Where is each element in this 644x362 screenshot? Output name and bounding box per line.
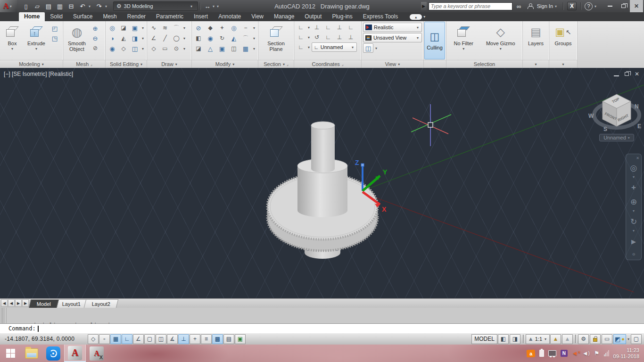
tab-output[interactable]: Output: [299, 12, 327, 21]
toolbar-lock-button[interactable]: [590, 334, 601, 344]
dynamic-input-toggle[interactable]: +: [190, 334, 200, 344]
viewport-controls-label[interactable]: [−] [SE Isometric] [Realistic]: [4, 71, 73, 77]
compass-north[interactable]: N: [635, 103, 639, 110]
tab-insert[interactable]: Insert: [189, 12, 213, 21]
command-input[interactable]: Command:: [0, 323, 644, 333]
solid-shell-button[interactable]: ▣: [130, 23, 140, 33]
workspace-dropdown[interactable]: ⚙ 3D Modeling ▾: [113, 1, 198, 11]
tab-parametric[interactable]: Parametric: [151, 12, 189, 21]
taskbar-shareit[interactable]: [42, 345, 64, 362]
action-center-flag-icon[interactable]: ⚑: [594, 350, 600, 357]
modify-stretch-button[interactable]: ◧: [193, 33, 204, 43]
move-gizmo-dropdown-arrow-icon[interactable]: ▾: [500, 47, 502, 51]
isolate-lightbulb-icon[interactable]: ●: [621, 336, 625, 342]
snap-mode-toggle[interactable]: ▫: [99, 334, 110, 344]
dim-style-button[interactable]: ↔: [202, 1, 213, 11]
notepad-tray-icon[interactable]: N: [561, 350, 568, 357]
polysolid-button[interactable]: ◰: [50, 24, 60, 33]
modify-erase-button[interactable]: ◪: [193, 44, 204, 53]
undo-button[interactable]: ↶: [77, 1, 88, 11]
coordinates-readout[interactable]: -14.1807, 69.3184, 0.0000: [0, 336, 88, 342]
display-tray-icon[interactable]: [548, 350, 556, 356]
help-dropdown-arrow-icon[interactable]: ▾: [594, 4, 599, 8]
panel-layers-label[interactable]: ▾: [523, 60, 549, 68]
dim-style-dropdown-arrow-icon[interactable]: ▾: [213, 4, 217, 8]
infocenter-expand-icon[interactable]: ▶: [421, 2, 427, 10]
draw-dropdown-3-icon[interactable]: ▾: [182, 47, 186, 51]
ucs-3point-button[interactable]: ⊥: [346, 33, 356, 42]
modify-move-button[interactable]: +: [217, 23, 227, 33]
last-layout-button[interactable]: ▶: [22, 299, 29, 307]
polar-tracking-toggle[interactable]: ∠: [133, 334, 144, 344]
viewport-config-button[interactable]: ◫: [363, 43, 373, 53]
named-view-dropdown[interactable]: Unsaved View ▾: [363, 33, 422, 42]
quick-properties-toggle[interactable]: ▤: [223, 334, 234, 344]
modify-array-button[interactable]: ▦: [240, 44, 251, 53]
panel-modeling-label[interactable]: Modeling ▾: [0, 60, 63, 68]
draw-polygon-button[interactable]: ◇: [149, 44, 159, 53]
avast-tray-icon[interactable]: a: [526, 349, 535, 357]
help-button[interactable]: ?: [585, 2, 593, 10]
panel-view-label[interactable]: View ▾: [362, 60, 423, 68]
smooth-object-button[interactable]: ◍ Smooth Object: [65, 23, 89, 58]
quick-view-layouts-button[interactable]: ◧: [498, 334, 509, 344]
open-file-button[interactable]: ▱: [32, 1, 42, 11]
tab-manage[interactable]: Manage: [269, 12, 299, 21]
ucs-named-button[interactable]: ∟: [296, 42, 306, 52]
panel-coordinates-label[interactable]: Coordinates ⌟: [294, 60, 361, 68]
infer-constraints-toggle[interactable]: ◇: [88, 334, 99, 344]
solid-separate-button[interactable]: ◫: [130, 44, 140, 53]
ucs-view-button[interactable]: ⊥: [312, 23, 322, 32]
panel-groups-label[interactable]: ▾: [549, 60, 577, 68]
ucs-previous-button[interactable]: ↺: [312, 33, 322, 42]
annotation-scale-dropdown[interactable]: ▲ 1:1 ▾: [526, 334, 550, 344]
modify-trim-button[interactable]: ⊘: [193, 23, 204, 33]
drawing-minimize-button[interactable]: [614, 72, 619, 76]
qat-menu-arrow-icon[interactable]: ▾: [217, 4, 221, 8]
no-filter-button[interactable]: No Filter ▾: [450, 23, 477, 58]
modify-dropdown-2-icon[interactable]: ▾: [252, 36, 256, 41]
navbar-zoom-button[interactable]: ⊕: [626, 195, 641, 209]
panel-mesh-label[interactable]: Mesh ⌟: [63, 60, 105, 68]
solid-edit-dropdown-1-icon[interactable]: ▾: [141, 26, 145, 30]
move-gizmo-button[interactable]: ◇ Move Gizmo ▾: [483, 23, 519, 58]
solid-edit-dropdown-3-icon[interactable]: ▾: [141, 47, 145, 51]
search-binoculars-icon[interactable]: ∞: [514, 1, 524, 11]
modify-3drotate-button[interactable]: ◉: [205, 33, 215, 43]
ucs-z-button[interactable]: ⊥: [334, 33, 345, 42]
selection-cycling-toggle[interactable]: ▣: [235, 334, 246, 344]
presspull-button[interactable]: ◳: [50, 33, 60, 43]
ucs-zaxis-button[interactable]: ⊥: [334, 23, 345, 32]
hardware-acceleration-button[interactable]: ▭: [602, 334, 612, 344]
drawing-close-button[interactable]: ✕: [635, 71, 639, 77]
object-snap-tracking-toggle[interactable]: ∡: [167, 334, 178, 344]
taskbar-dwg-trueview[interactable]: AX: [86, 345, 107, 362]
ortho-mode-toggle[interactable]: ∟: [122, 334, 132, 344]
ucs-dropdown-3-icon[interactable]: ▾: [307, 45, 311, 49]
taskbar-autocad[interactable]: A: [64, 345, 86, 362]
draw-dropdown-1-icon[interactable]: ▾: [182, 26, 186, 30]
navbar-orbit-button[interactable]: ↻: [626, 214, 641, 229]
ucs-dropdown-2-icon[interactable]: ▾: [307, 35, 311, 40]
layers-button[interactable]: ▤ Layers: [524, 23, 547, 58]
transparency-toggle[interactable]: ▩: [212, 334, 223, 344]
modify-fillet-button[interactable]: ⌒: [240, 33, 251, 43]
minimize-button[interactable]: [603, 0, 617, 12]
navbar-steering-wheel-button[interactable]: ◎: [626, 161, 641, 175]
3d-object-snap-toggle[interactable]: ◫: [156, 334, 166, 344]
isolate-objects-icon[interactable]: ◩: [615, 336, 620, 343]
groups-button[interactable]: ▣↖ Groups: [551, 23, 576, 58]
grid-display-toggle[interactable]: ▦: [110, 334, 121, 344]
modify-rotate-button[interactable]: ↻: [217, 33, 227, 43]
draw-ellipse-button[interactable]: ⊙: [171, 44, 182, 53]
undo-dropdown-arrow-icon[interactable]: ▾: [89, 4, 93, 8]
viewcube-wcs-dropdown[interactable]: Unnamed ▾: [599, 134, 634, 141]
solid-thicken-button[interactable]: ◇: [118, 44, 129, 53]
dynamic-ucs-toggle[interactable]: ⊥: [178, 334, 189, 344]
ucs-world-button[interactable]: ∟: [296, 23, 306, 32]
panel-draw-label[interactable]: Draw ▾: [147, 60, 191, 68]
lineweight-toggle[interactable]: ≡: [201, 334, 212, 344]
mesh-no-smooth-button[interactable]: ⊘: [90, 43, 100, 53]
gear-model[interactable]: [267, 122, 378, 259]
tab-home[interactable]: Home: [19, 12, 45, 21]
